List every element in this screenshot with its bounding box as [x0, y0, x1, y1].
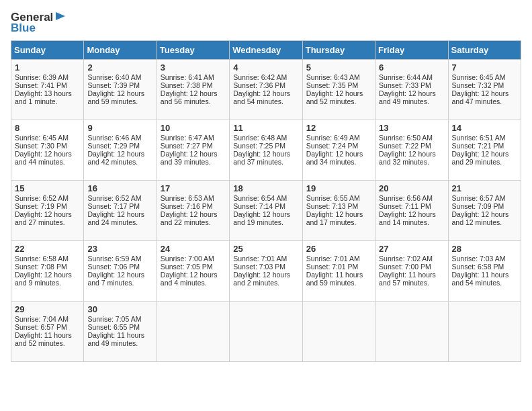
sunrise: Sunrise: 7:01 AM — [233, 255, 287, 263]
day-cell: 18Sunrise: 6:54 AMSunset: 7:14 PMDayligh… — [230, 181, 302, 241]
sunrise: Sunrise: 6:48 AM — [233, 134, 287, 142]
day-number: 4 — [233, 62, 298, 73]
day-cell: 30Sunrise: 7:05 AMSunset: 6:55 PMDayligh… — [84, 302, 157, 362]
header-monday: Monday — [84, 41, 157, 60]
daylight-label: Daylight: 11 hours and 52 minutes. — [15, 331, 72, 347]
day-number: 7 — [452, 62, 517, 73]
sunrise: Sunrise: 6:52 AM — [87, 194, 141, 202]
day-number: 5 — [306, 62, 371, 73]
sunrise: Sunrise: 7:02 AM — [379, 255, 433, 263]
day-number: 22 — [15, 244, 80, 254]
sunrise: Sunrise: 6:39 AM — [15, 73, 69, 81]
svg-marker-0 — [56, 12, 65, 20]
daylight-label: Daylight: 12 hours and 42 minutes. — [87, 150, 144, 166]
day-cell: 13Sunrise: 6:50 AMSunset: 7:22 PMDayligh… — [375, 120, 448, 181]
sunset: Sunset: 7:03 PM — [233, 263, 285, 271]
daylight-label: Daylight: 12 hours and 14 minutes. — [379, 210, 436, 226]
day-number: 9 — [87, 123, 152, 133]
sunrise: Sunrise: 6:42 AM — [233, 73, 287, 81]
logo-blue: Blue — [11, 21, 36, 35]
sunset: Sunset: 7:33 PM — [379, 81, 431, 89]
day-number: 10 — [161, 123, 226, 133]
header-row: SundayMondayTuesdayWednesdayThursdayFrid… — [11, 41, 521, 60]
day-cell — [448, 302, 521, 362]
day-cell: 11Sunrise: 6:48 AMSunset: 7:25 PMDayligh… — [230, 120, 302, 181]
calendar-table: SundayMondayTuesdayWednesdayThursdayFrid… — [11, 40, 521, 362]
sunrise: Sunrise: 6:45 AM — [452, 73, 506, 81]
sunset: Sunset: 7:39 PM — [87, 81, 140, 89]
day-cell: 25Sunrise: 7:01 AMSunset: 7:03 PMDayligh… — [230, 241, 302, 302]
daylight-label: Daylight: 12 hours and 17 minutes. — [306, 210, 363, 226]
sunrise: Sunrise: 6:47 AM — [161, 134, 214, 142]
sunrise: Sunrise: 6:41 AM — [161, 73, 214, 81]
sunset: Sunset: 7:25 PM — [233, 142, 285, 150]
sunset: Sunset: 7:30 PM — [15, 142, 67, 150]
sunset: Sunset: 7:36 PM — [233, 81, 285, 89]
day-cell: 3Sunrise: 6:41 AMSunset: 7:38 PMDaylight… — [157, 60, 229, 120]
sunset: Sunset: 7:41 PM — [15, 81, 67, 89]
sunrise: Sunrise: 6:53 AM — [161, 194, 214, 202]
day-number: 25 — [233, 244, 298, 254]
daylight-label: Daylight: 12 hours and 44 minutes. — [15, 150, 72, 166]
day-number: 23 — [87, 244, 152, 254]
daylight-label: Daylight: 12 hours and 24 minutes. — [87, 210, 144, 226]
sunset: Sunset: 7:16 PM — [161, 202, 213, 210]
sunset: Sunset: 6:58 PM — [452, 263, 504, 271]
day-number: 30 — [87, 304, 152, 314]
day-number: 11 — [233, 123, 298, 133]
daylight-label: Daylight: 12 hours and 22 minutes. — [161, 210, 218, 226]
sunrise: Sunrise: 7:03 AM — [452, 255, 506, 263]
sunrise: Sunrise: 6:40 AM — [87, 73, 141, 81]
week-row-3: 15Sunrise: 6:52 AMSunset: 7:19 PMDayligh… — [11, 181, 521, 241]
day-number: 14 — [452, 123, 517, 133]
sunrise: Sunrise: 6:54 AM — [233, 194, 287, 202]
sunset: Sunset: 7:21 PM — [452, 142, 504, 150]
day-cell: 7Sunrise: 6:45 AMSunset: 7:32 PMDaylight… — [448, 60, 521, 120]
day-number: 15 — [15, 183, 80, 193]
sunset: Sunset: 7:32 PM — [452, 81, 504, 89]
sunset: Sunset: 7:38 PM — [161, 81, 213, 89]
sunrise: Sunrise: 7:00 AM — [161, 255, 214, 263]
sunset: Sunset: 6:55 PM — [87, 323, 140, 331]
daylight-label: Daylight: 11 hours and 49 minutes. — [87, 331, 144, 347]
daylight-label: Daylight: 12 hours and 59 minutes. — [87, 89, 144, 105]
week-row-2: 8Sunrise: 6:45 AMSunset: 7:30 PMDaylight… — [11, 120, 521, 181]
sunset: Sunset: 7:09 PM — [452, 202, 504, 210]
daylight-label: Daylight: 12 hours and 52 minutes. — [306, 89, 363, 105]
sunrise: Sunrise: 6:44 AM — [379, 73, 433, 81]
day-cell: 6Sunrise: 6:44 AMSunset: 7:33 PMDaylight… — [375, 60, 448, 120]
daylight-label: Daylight: 12 hours and 4 minutes. — [161, 271, 218, 287]
sunset: Sunset: 7:17 PM — [87, 202, 140, 210]
daylight-label: Daylight: 13 hours and 1 minute. — [15, 89, 72, 105]
day-cell: 9Sunrise: 6:46 AMSunset: 7:29 PMDaylight… — [84, 120, 157, 181]
day-cell: 10Sunrise: 6:47 AMSunset: 7:27 PMDayligh… — [157, 120, 229, 181]
daylight-label: Daylight: 12 hours and 54 minutes. — [233, 89, 290, 105]
day-cell: 24Sunrise: 7:00 AMSunset: 7:05 PMDayligh… — [157, 241, 229, 302]
day-cell — [302, 302, 375, 362]
day-cell: 12Sunrise: 6:49 AMSunset: 7:24 PMDayligh… — [302, 120, 375, 181]
sunset: Sunset: 7:11 PM — [379, 202, 431, 210]
day-cell: 20Sunrise: 6:56 AMSunset: 7:11 PMDayligh… — [375, 181, 448, 241]
week-row-1: 1Sunrise: 6:39 AMSunset: 7:41 PMDaylight… — [11, 60, 521, 120]
header-thursday: Thursday — [302, 41, 375, 60]
sunset: Sunset: 7:29 PM — [87, 142, 140, 150]
sunset: Sunset: 7:13 PM — [306, 202, 359, 210]
daylight-label: Daylight: 11 hours and 59 minutes. — [306, 271, 363, 287]
sunset: Sunset: 7:27 PM — [161, 142, 213, 150]
daylight-label: Daylight: 12 hours and 9 minutes. — [15, 271, 72, 287]
sunrise: Sunrise: 7:04 AM — [15, 315, 69, 323]
sunrise: Sunrise: 6:51 AM — [452, 134, 506, 142]
daylight-label: Daylight: 12 hours and 32 minutes. — [379, 150, 436, 166]
day-cell: 14Sunrise: 6:51 AMSunset: 7:21 PMDayligh… — [448, 120, 521, 181]
header-wednesday: Wednesday — [230, 41, 302, 60]
daylight-label: Daylight: 12 hours and 12 minutes. — [452, 210, 509, 226]
logo-triangle-icon — [53, 11, 66, 24]
day-cell — [157, 302, 229, 362]
day-cell: 21Sunrise: 6:57 AMSunset: 7:09 PMDayligh… — [448, 181, 521, 241]
logo: General Blue — [11, 11, 66, 35]
day-number: 6 — [379, 62, 444, 73]
daylight-label: Daylight: 12 hours and 47 minutes. — [452, 89, 509, 105]
daylight-label: Daylight: 12 hours and 39 minutes. — [161, 150, 218, 166]
day-number: 19 — [306, 183, 371, 193]
header-saturday: Saturday — [448, 41, 521, 60]
